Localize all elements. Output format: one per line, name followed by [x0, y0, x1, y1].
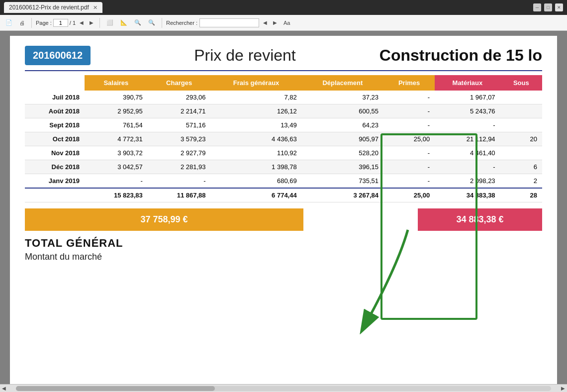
toolbar-print-icon[interactable]: 🖨: [17, 18, 27, 27]
page-number-input[interactable]: [53, 19, 68, 27]
cell-charges: 2 281,93: [148, 160, 211, 174]
cell-primes: -: [383, 146, 435, 160]
total-general-label: TOTAL GÉNÉRAL: [25, 237, 542, 250]
prev-page-button[interactable]: ◀: [78, 18, 86, 27]
cell-deplacement: 735,51: [302, 174, 383, 189]
cell-salaires: 2 952,95: [85, 104, 148, 118]
cell-deplacement: 396,15: [302, 160, 383, 174]
cell-charges: 293,06: [148, 91, 211, 104]
cell-deplacement: 37,23: [302, 91, 383, 104]
cell-materiaux: 5 243,76: [435, 104, 500, 118]
total-salaires: 15 823,83: [85, 188, 148, 202]
cell-deplacement: 600,55: [302, 104, 383, 118]
horizontal-scrollbar[interactable]: ◀ ▶: [0, 384, 567, 392]
cell-primes: 25,00: [383, 132, 435, 146]
total-red-bar: 34 883,38 €: [418, 208, 542, 231]
document-id: 201600612: [25, 46, 91, 65]
cell-label: Janv 2019: [25, 174, 85, 189]
total-charges: 11 867,88: [148, 188, 211, 202]
cell-frais: 126,12: [211, 104, 302, 118]
cell-primes: -: [383, 91, 435, 104]
table-row: Oct 2018 4 772,31 3 579,23 4 436,63 905,…: [25, 132, 542, 146]
total-sous: 28: [500, 188, 542, 202]
title-bar: 201600612-Prix de revient.pdf ✕ ─ □ ✕: [0, 0, 567, 15]
search-options-button[interactable]: Aa: [281, 18, 292, 27]
scrollbar-thumb[interactable]: [16, 386, 215, 391]
cell-sous: [500, 146, 542, 160]
scrollbar-track: [16, 386, 551, 391]
search-prev-button[interactable]: ◀: [261, 18, 269, 27]
fit-width-button[interactable]: ⬜: [104, 18, 116, 27]
col-header-frais: Frais généraux: [211, 75, 302, 91]
cell-deplacement: 64,23: [302, 118, 383, 132]
pdf-page: 201600612 Prix de revient Construction d…: [10, 36, 557, 384]
cell-label: Oct 2018: [25, 132, 85, 146]
toolbar: 📄 🖨 Page : / 1 ◀ ▶ ⬜ 📐 🔍 🔍 Rechercher : …: [0, 15, 567, 31]
cell-charges: -: [148, 174, 211, 189]
cell-materiaux: 2 098,23: [435, 174, 500, 189]
total-primes: 25,00: [383, 188, 435, 202]
page-label: Page :: [36, 20, 52, 26]
cell-primes: -: [383, 174, 435, 189]
cell-primes: -: [383, 160, 435, 174]
cell-frais: 7,82: [211, 91, 302, 104]
col-header-label: [25, 75, 85, 91]
page-navigation: Page : / 1: [36, 19, 76, 27]
cell-frais: 13,49: [211, 118, 302, 132]
search-input[interactable]: [199, 18, 259, 27]
cell-frais: 110,92: [211, 146, 302, 160]
page-separator: /: [70, 20, 71, 26]
zoom-in-button[interactable]: 🔍: [132, 18, 144, 27]
maximize-button[interactable]: □: [544, 3, 552, 11]
cell-label: Juil 2018: [25, 91, 85, 104]
zoom-out-button[interactable]: 🔍: [146, 18, 158, 27]
footer-section: TOTAL GÉNÉRAL Montant du marché: [25, 237, 542, 262]
page-total: 1: [73, 20, 76, 26]
search-next-button[interactable]: ▶: [271, 18, 279, 27]
cell-materiaux: 21 112,94: [435, 132, 500, 146]
cell-sous: 6: [500, 160, 542, 174]
tab-title: 201600612-Prix de revient.pdf: [9, 4, 89, 11]
main-window: 201600612-Prix de revient.pdf ✕ ─ □ ✕ 📄 …: [0, 0, 567, 392]
fit-page-button[interactable]: 📐: [118, 18, 130, 27]
scroll-right-button[interactable]: ▶: [559, 386, 567, 391]
col-header-salaires: Salaires: [85, 75, 148, 91]
cell-label: Déc 2018: [25, 160, 85, 174]
tab-close-button[interactable]: ✕: [93, 4, 97, 11]
cell-sous: 2: [500, 174, 542, 189]
search-label: Rechercher :: [166, 20, 197, 26]
pdf-area: 201600612 Prix de revient Construction d…: [0, 31, 567, 384]
col-header-primes: Primes: [383, 75, 435, 91]
table-row: Nov 2018 3 903,72 2 927,79 110,92 528,20…: [25, 146, 542, 160]
toolbar-file-icon[interactable]: 📄: [3, 18, 15, 27]
document-tab[interactable]: 201600612-Prix de revient.pdf ✕: [4, 2, 102, 13]
cell-salaires: 3 042,57: [85, 160, 148, 174]
scroll-left-button[interactable]: ◀: [0, 386, 8, 391]
table-row: Août 2018 2 952,95 2 214,71 126,12 600,5…: [25, 104, 542, 118]
cell-label: Sept 2018: [25, 118, 85, 132]
total-materiaux: 34 883,38: [435, 188, 500, 202]
montant-label: Montant du marché: [25, 252, 542, 262]
cell-charges: 571,16: [148, 118, 211, 132]
summary-row: 37 758,99 € 34 883,38 €: [25, 208, 542, 231]
col-header-sous: Sous: [500, 75, 542, 91]
cell-primes: -: [383, 118, 435, 132]
pdf-header: 201600612 Prix de revient Construction d…: [25, 46, 542, 65]
cell-salaires: 4 772,31: [85, 132, 148, 146]
cell-charges: 2 214,71: [148, 104, 211, 118]
cell-materiaux: -: [435, 118, 500, 132]
cell-salaires: 3 903,72: [85, 146, 148, 160]
cell-charges: 3 579,23: [148, 132, 211, 146]
total-label: [25, 188, 85, 202]
toolbar-separator-1: [31, 18, 32, 28]
next-page-button[interactable]: ▶: [88, 18, 95, 27]
cell-salaires: -: [85, 174, 148, 189]
col-header-deplacement: Déplacement: [302, 75, 383, 91]
total-deplacement: 3 267,84: [302, 188, 383, 202]
minimize-button[interactable]: ─: [533, 3, 541, 11]
cost-table: Salaires Charges Frais généraux Déplacem…: [25, 75, 542, 202]
table-row: Juil 2018 390,75 293,06 7,82 37,23 - 1 9…: [25, 91, 542, 104]
close-button[interactable]: ✕: [555, 3, 563, 11]
table-row: Janv 2019 - - 680,69 735,51 - 2 098,23 2: [25, 174, 542, 189]
cell-frais: 680,69: [211, 174, 302, 189]
